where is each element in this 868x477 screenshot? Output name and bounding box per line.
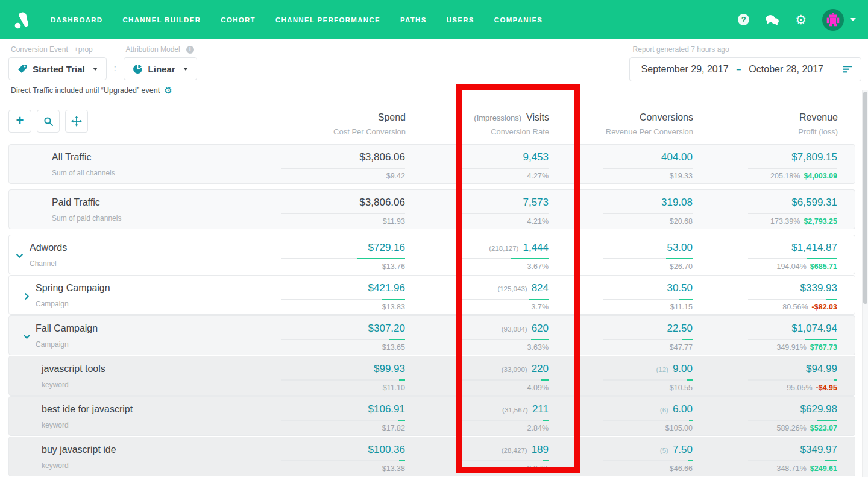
column-header-spend[interactable]: Spend Cost Per Conversion bbox=[261, 110, 406, 136]
row-sublabel: Sum of paid channels bbox=[52, 214, 260, 223]
table-row[interactable]: Adwords Channel $729.16 $13.76 (218,127)… bbox=[8, 235, 855, 274]
performance-table: + Spend Cost Per Conversion (Impressions… bbox=[0, 102, 868, 477]
table-row[interactable]: Paid Traffic Sum of paid channels $3,806… bbox=[8, 189, 855, 229]
app-logo-icon[interactable] bbox=[12, 10, 31, 30]
search-button[interactable] bbox=[37, 110, 60, 133]
spend-value: $106.91 bbox=[368, 403, 405, 415]
add-channel-button[interactable]: + bbox=[8, 110, 31, 133]
info-icon[interactable]: i bbox=[186, 46, 194, 54]
conversions-bar bbox=[687, 379, 693, 381]
column-header-conversions[interactable]: Conversions Revenue Per Conversion bbox=[549, 110, 693, 136]
row-title: Adwords bbox=[30, 242, 260, 253]
user-avatar[interactable] bbox=[822, 9, 844, 31]
chevron-down-icon bbox=[93, 68, 98, 71]
spend-sub: $13.76 bbox=[260, 262, 405, 271]
date-range-picker[interactable]: September 29, 2017 – October 28, 2017 bbox=[629, 57, 861, 81]
revenue-per-conversion-sub: $20.68 bbox=[549, 217, 693, 226]
spend-bar bbox=[357, 258, 405, 259]
impressions-prefix: (93,084) bbox=[502, 326, 527, 333]
expand-chevron-icon[interactable] bbox=[16, 251, 23, 259]
conversions-bar bbox=[679, 299, 693, 300]
expand-chevron-icon[interactable] bbox=[23, 292, 30, 299]
spend-value: $99.93 bbox=[374, 363, 405, 375]
revenue-cell: $6,599.31 173.39%$2,793.25 bbox=[693, 190, 837, 229]
revenue-cell: $349.97 348.71%$249.61 bbox=[693, 437, 837, 476]
table-row[interactable]: buy javascript ide keyword $100.36 $13.3… bbox=[8, 437, 855, 476]
spend-value: $3,806.06 bbox=[359, 197, 405, 209]
table-row[interactable]: Spring Campaign Campaign $421.96 $13.83 … bbox=[8, 275, 855, 315]
revenue-cell: $94.99 95.05%-$4.95 bbox=[693, 356, 837, 395]
nav-item-dashboard[interactable]: DASHBOARD bbox=[51, 16, 102, 24]
conversion-event-dropdown[interactable]: Started Trial bbox=[8, 57, 107, 80]
expand-chevron-icon[interactable] bbox=[23, 332, 30, 340]
nav-item-companies[interactable]: COMPANIES bbox=[494, 16, 543, 24]
table-row[interactable]: All Traffic Sum of all channels $3,806.0… bbox=[8, 144, 855, 184]
spend-cell: $307.20 $13.65 bbox=[260, 316, 405, 355]
date-filter-button[interactable] bbox=[835, 66, 861, 73]
row-title: javascript tools bbox=[42, 364, 260, 374]
user-menu-chevron-icon[interactable] bbox=[850, 18, 856, 21]
revenue-value: $1,074.94 bbox=[791, 323, 837, 335]
date-end: October 28, 2017 bbox=[749, 64, 823, 75]
revenue-per-conversion-sub: $10.55 bbox=[549, 384, 693, 392]
nav-item-paths[interactable]: PATHS bbox=[400, 16, 427, 24]
note-settings-icon[interactable]: ⚙ bbox=[164, 86, 172, 95]
add-prop-link[interactable]: +prop bbox=[74, 45, 93, 54]
attribution-model-label: Attribution Model bbox=[126, 45, 180, 54]
table-header: + Spend Cost Per Conversion (Impressions… bbox=[8, 102, 855, 144]
table-row[interactable]: best ide for javascript keyword $106.91 … bbox=[8, 396, 855, 436]
conversion-rate-sub: 3.63% bbox=[405, 343, 549, 352]
impressions-prefix: (218,127) bbox=[489, 245, 518, 252]
conversions-prefix: (6) bbox=[660, 406, 668, 414]
spend-sub: $13.38 bbox=[260, 464, 405, 473]
tag-icon bbox=[17, 64, 27, 74]
revenue-value: $94.99 bbox=[806, 363, 837, 375]
row-sublabel: keyword bbox=[42, 421, 260, 429]
conversions-value: 319.08 bbox=[661, 197, 693, 209]
conversions-prefix: (12) bbox=[656, 366, 668, 373]
profit-percent: 348.71% bbox=[776, 464, 806, 473]
visits-bar bbox=[542, 420, 549, 421]
help-icon[interactable]: ? bbox=[738, 14, 749, 25]
revenue-cell: $1,074.94 349.91%$767.73 bbox=[693, 316, 837, 355]
attribution-model-dropdown[interactable]: Linear bbox=[124, 57, 197, 80]
profit-value: -$82.03 bbox=[812, 303, 837, 311]
profit-value: $249.61 bbox=[810, 464, 837, 473]
conversion-rate-sub: 2.84% bbox=[405, 424, 549, 432]
move-button[interactable] bbox=[65, 110, 88, 133]
visits-value: 211 bbox=[532, 403, 549, 415]
spend-cell: $100.36 $13.38 bbox=[260, 437, 405, 476]
revenue-bar bbox=[807, 258, 837, 259]
spend-cell: $3,806.06 $9.42 bbox=[260, 145, 405, 183]
nav-item-channel-performance[interactable]: CHANNEL PERFORMANCE bbox=[275, 16, 380, 24]
table-row[interactable]: javascript tools keyword $99.93 $11.10 (… bbox=[8, 356, 855, 396]
nav-item-cohort[interactable]: COHORT bbox=[221, 16, 256, 24]
spend-value: $3,806.06 bbox=[359, 151, 405, 163]
impressions-prefix: (33,090) bbox=[502, 366, 527, 373]
profit-percent: 194.04% bbox=[776, 262, 806, 271]
chat-icon[interactable] bbox=[765, 14, 779, 26]
scrollbar-thumb[interactable] bbox=[863, 92, 867, 304]
nav-item-users[interactable]: USERS bbox=[447, 16, 474, 24]
report-generated-label: Report generated 7 hours ago bbox=[629, 45, 861, 54]
column-header-revenue[interactable]: Revenue Profit (loss) bbox=[693, 110, 838, 136]
visits-value: 824 bbox=[532, 282, 549, 294]
row-title: best ide for javascript bbox=[42, 404, 260, 415]
attribution-model-value: Linear bbox=[148, 64, 175, 74]
date-separator: – bbox=[737, 65, 741, 74]
visits-cell: (28,427)189 3.97% bbox=[405, 437, 549, 476]
visits-bar bbox=[531, 339, 549, 340]
revenue-value: $349.97 bbox=[800, 444, 837, 456]
settings-icon[interactable]: ⚙ bbox=[795, 13, 807, 26]
scrollbar-track[interactable] bbox=[862, 90, 868, 477]
table-row[interactable]: Fall Campaign Campaign $307.20 $13.65 (9… bbox=[8, 315, 855, 355]
nav-item-channel-builder[interactable]: CHANNEL BUILDER bbox=[122, 16, 201, 24]
revenue-per-conversion-sub: $105.00 bbox=[549, 424, 693, 432]
conversions-bar bbox=[682, 339, 693, 340]
spend-bar bbox=[399, 379, 405, 381]
spend-sub: $11.93 bbox=[260, 217, 405, 226]
conversions-value: 404.00 bbox=[661, 151, 693, 163]
visits-cell: (125,043)824 3.7% bbox=[405, 276, 549, 314]
visits-cell: (93,084)620 3.63% bbox=[405, 316, 549, 355]
column-header-visits[interactable]: (Impressions)Visits Conversion Rate bbox=[406, 110, 549, 136]
